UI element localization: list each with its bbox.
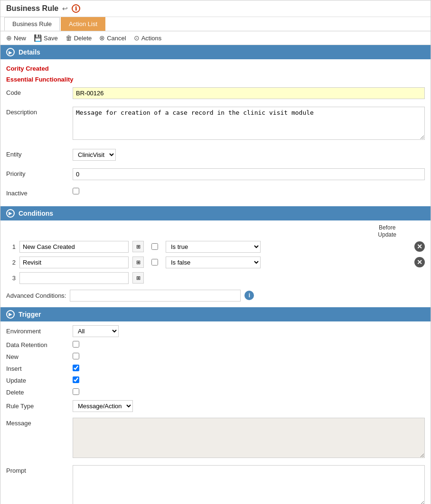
update-label: Update bbox=[6, 377, 73, 384]
inactive-label: Inactive bbox=[6, 188, 73, 197]
entity-select[interactable]: ClinicVisit bbox=[73, 149, 116, 161]
trigger-area: Environment All Production Test Data Ret… bbox=[0, 321, 431, 504]
priority-control bbox=[73, 168, 425, 180]
rule-type-control: Message/Action bbox=[73, 400, 425, 412]
condition-dropdown-2: Is true Is false bbox=[166, 257, 261, 268]
description-label: Description bbox=[6, 107, 73, 116]
data-retention-label: Data Retention bbox=[6, 341, 73, 348]
condition-select-2[interactable]: Is true Is false bbox=[166, 257, 261, 268]
message-textarea[interactable] bbox=[73, 418, 425, 458]
prompt-row: Prompt bbox=[6, 463, 425, 504]
priority-row: Priority bbox=[6, 166, 425, 182]
conditions-play-icon: ▶ bbox=[6, 209, 15, 218]
data-retention-control bbox=[73, 341, 425, 349]
condition-delete-1: ✕ bbox=[414, 241, 425, 252]
trigger-section-header[interactable]: ▶ Trigger bbox=[0, 307, 431, 321]
code-label: Code bbox=[6, 87, 73, 96]
insert-row: Insert bbox=[6, 365, 425, 373]
cancel-icon: ⊗ bbox=[99, 34, 105, 42]
new-row: New bbox=[6, 353, 425, 361]
delete-circle-1[interactable]: ✕ bbox=[414, 241, 425, 252]
advanced-info-icon[interactable]: i bbox=[244, 291, 254, 300]
details-section-title: Details bbox=[19, 48, 40, 56]
data-retention-checkbox[interactable] bbox=[73, 341, 79, 348]
update-control bbox=[73, 376, 425, 385]
plus-icon: ⊕ bbox=[6, 34, 12, 42]
undo-icon[interactable]: ↩ bbox=[62, 5, 68, 12]
condition-before-update-1[interactable] bbox=[151, 243, 158, 250]
new-checkbox[interactable] bbox=[73, 353, 79, 359]
details-play-icon: ▶ bbox=[6, 48, 15, 56]
prompt-textarea[interactable] bbox=[73, 465, 425, 504]
data-retention-row: Data Retention bbox=[6, 341, 425, 349]
condition-delete-2: ✕ bbox=[414, 257, 425, 267]
condition-text-3[interactable] bbox=[19, 272, 129, 284]
environment-select[interactable]: All Production Test bbox=[73, 325, 119, 337]
category2-label: Essential Functionality bbox=[6, 74, 425, 85]
update-checkbox[interactable] bbox=[73, 376, 79, 383]
rule-type-row: Rule Type Message/Action bbox=[6, 400, 425, 412]
environment-control: All Production Test bbox=[73, 325, 425, 337]
update-row: Update bbox=[6, 376, 425, 385]
condition-text-2[interactable] bbox=[19, 257, 129, 268]
toolbar: ⊕ New 💾 Save 🗑 Delete ⊗ Cancel ⊙ Actions bbox=[0, 31, 431, 45]
priority-label: Priority bbox=[6, 168, 73, 177]
condition-row-3: 3 ⊞ bbox=[6, 272, 425, 284]
condition-before-update-2[interactable] bbox=[151, 259, 158, 266]
condition-num-2: 2 bbox=[6, 259, 16, 266]
advanced-conditions-row: Advanced Conditions: i bbox=[6, 288, 425, 303]
condition-grid-btn-2[interactable]: ⊞ bbox=[132, 257, 144, 268]
conditions-section-header[interactable]: ▶ Conditions bbox=[0, 206, 431, 220]
tabs-bar: Business Rule Action List bbox=[0, 17, 431, 31]
code-input[interactable] bbox=[73, 87, 425, 99]
save-button[interactable]: 💾 Save bbox=[34, 34, 58, 42]
condition-input-3 bbox=[19, 272, 129, 284]
app-container: Business Rule ↩ ℹ Business Rule Action L… bbox=[0, 0, 431, 504]
cancel-button[interactable]: ⊗ Cancel bbox=[99, 34, 126, 42]
condition-num-3: 3 bbox=[6, 275, 16, 282]
trigger-play-icon: ▶ bbox=[6, 310, 15, 319]
priority-input[interactable] bbox=[73, 168, 425, 180]
code-row: Code bbox=[6, 85, 425, 101]
condition-input-1 bbox=[19, 241, 129, 253]
delete-button[interactable]: 🗑 Delete bbox=[66, 34, 92, 42]
tab-action-list[interactable]: Action List bbox=[61, 17, 105, 31]
description-textarea[interactable]: Message for creation of a case record in… bbox=[73, 107, 425, 140]
info-icon[interactable]: ℹ bbox=[72, 4, 80, 13]
prompt-control bbox=[73, 465, 425, 504]
description-row: Description Message for creation of a ca… bbox=[6, 105, 425, 143]
delete-circle-2[interactable]: ✕ bbox=[414, 257, 425, 267]
code-control bbox=[73, 87, 425, 99]
rule-type-select[interactable]: Message/Action bbox=[73, 400, 133, 412]
inactive-row: Inactive bbox=[6, 186, 425, 199]
new-button[interactable]: ⊕ New bbox=[6, 34, 26, 42]
condition-dropdown-1: Is true Is false bbox=[166, 241, 261, 253]
condition-checkbox-2 bbox=[148, 259, 162, 266]
advanced-input[interactable] bbox=[70, 290, 241, 302]
category1-label: Cority Created bbox=[6, 63, 425, 74]
condition-select-1[interactable]: Is true Is false bbox=[166, 241, 261, 253]
app-title: Business Rule bbox=[6, 4, 58, 13]
condition-text-1[interactable] bbox=[19, 241, 129, 253]
conditions-section-title: Conditions bbox=[19, 210, 53, 217]
actions-icon: ⊙ bbox=[134, 34, 140, 42]
environment-label: Environment bbox=[6, 328, 73, 335]
delete-checkbox[interactable] bbox=[73, 388, 79, 395]
delete-label: Delete bbox=[6, 389, 73, 396]
prompt-label: Prompt bbox=[6, 465, 73, 474]
inactive-checkbox[interactable] bbox=[73, 188, 79, 194]
condition-grid-btn-3[interactable]: ⊞ bbox=[132, 272, 144, 284]
insert-checkbox[interactable] bbox=[73, 365, 79, 371]
condition-row-2: 2 ⊞ Is true Is false ✕ bbox=[6, 257, 425, 268]
description-control: Message for creation of a case record in… bbox=[73, 107, 425, 141]
trash-icon: 🗑 bbox=[66, 34, 72, 42]
tab-business-rule[interactable]: Business Rule bbox=[4, 17, 60, 31]
details-section-header[interactable]: ▶ Details bbox=[0, 45, 431, 59]
condition-grid-btn-1[interactable]: ⊞ bbox=[132, 241, 144, 252]
new-control bbox=[73, 353, 425, 361]
advanced-label: Advanced Conditions: bbox=[6, 292, 66, 299]
message-label: Message bbox=[6, 418, 73, 427]
actions-button[interactable]: ⊙ Actions bbox=[134, 34, 162, 42]
delete-row: Delete bbox=[6, 388, 425, 396]
inactive-control bbox=[73, 188, 425, 196]
